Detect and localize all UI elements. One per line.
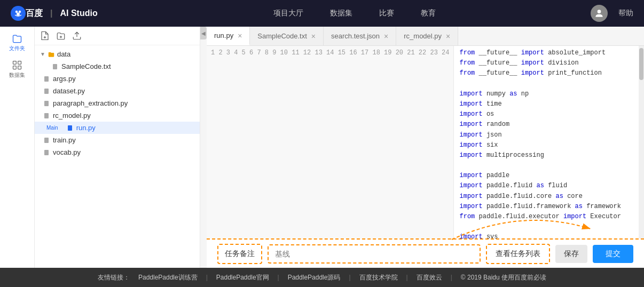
sidebar: 文件夹 数据集 xyxy=(0,27,35,268)
footer-link-4[interactable]: 百度技术学院 xyxy=(359,273,398,282)
brand-name: 百度|AI Studio xyxy=(26,8,98,19)
svg-point-3 xyxy=(598,10,601,13)
svg-point-2 xyxy=(17,13,20,16)
nav-item-competition[interactable]: 比赛 xyxy=(379,9,394,18)
file-name: run.py xyxy=(76,124,96,132)
sidebar-files-label: 文件夹 xyxy=(9,45,25,52)
nav-item-datasets[interactable]: 数据集 xyxy=(330,9,352,18)
svg-point-0 xyxy=(15,11,18,13)
avatar[interactable] xyxy=(591,5,608,22)
submit-button[interactable]: 提交 xyxy=(593,245,633,263)
task-note-label: 任务备注 xyxy=(217,244,262,264)
svg-rect-20 xyxy=(44,150,49,155)
file-name: paragraph_extraction.py xyxy=(53,99,128,107)
tab-label: rc_model.py xyxy=(404,32,442,40)
footer-prefix: 友情链接： xyxy=(98,273,130,282)
upload-icon[interactable] xyxy=(72,31,82,41)
tab-rcmodel[interactable]: rc_model.py × xyxy=(396,27,458,45)
logo: 百度|AI Studio xyxy=(11,6,98,21)
file-train[interactable]: train.py xyxy=(35,134,200,146)
svg-rect-6 xyxy=(13,66,17,69)
tab-label: search.test.json xyxy=(331,32,380,40)
folder-name: data xyxy=(57,50,70,58)
new-file-icon[interactable] xyxy=(40,31,50,41)
file-args[interactable]: args.py xyxy=(35,73,200,85)
svg-rect-15 xyxy=(44,89,49,94)
baidu-icon xyxy=(11,6,26,21)
close-tab-search[interactable]: × xyxy=(384,33,388,40)
file-name: SampleCode.txt xyxy=(61,62,111,70)
sidebar-files[interactable]: 文件夹 xyxy=(6,32,28,53)
top-right: 帮助 xyxy=(591,5,633,22)
footer-link-3[interactable]: PaddlePaddle源码 xyxy=(288,273,341,282)
sidebar-datasets-label: 数据集 xyxy=(9,71,25,79)
svg-rect-19 xyxy=(44,138,49,143)
close-tab-run[interactable]: × xyxy=(238,32,242,39)
file-name: rc_model.py xyxy=(53,111,91,119)
sidebar-datasets[interactable]: 数据集 xyxy=(6,59,28,80)
file-rcmodel[interactable]: rc_model.py xyxy=(35,109,200,122)
file-run[interactable]: Main run.py xyxy=(35,122,200,134)
main-area: 文件夹 数据集 xyxy=(0,27,644,268)
nav-item-education[interactable]: 教育 xyxy=(421,9,436,18)
svg-point-1 xyxy=(19,11,21,13)
folder-data[interactable]: ▼ data xyxy=(35,48,200,60)
footer: 友情链接： PaddlePaddle训练营 | PaddlePaddle官网 |… xyxy=(0,268,644,287)
editor-area: run.py × SampleCode.txt × search.test.js… xyxy=(207,27,644,268)
save-button[interactable]: 保存 xyxy=(555,245,587,263)
svg-rect-17 xyxy=(44,113,49,118)
file-name: args.py xyxy=(53,75,76,83)
top-navigation: 百度|AI Studio 项目大厅 数据集 比赛 教育 帮助 xyxy=(0,0,644,27)
footer-copyright: © 2019 Baidu 使用百度前必读 xyxy=(461,273,546,282)
svg-rect-5 xyxy=(18,61,21,65)
tab-label: run.py xyxy=(214,31,233,39)
help-link[interactable]: 帮助 xyxy=(618,9,633,18)
code-content[interactable]: from __future__ import absolute_import f… xyxy=(454,46,639,238)
footer-link-1[interactable]: PaddlePaddle训练营 xyxy=(138,273,198,282)
svg-rect-4 xyxy=(13,61,17,65)
bottom-bar: 任务备注 查看任务列表 保存 提交 xyxy=(207,238,644,268)
file-dataset[interactable]: dataset.py xyxy=(35,85,200,97)
close-tab-rcmodel[interactable]: × xyxy=(446,33,450,40)
file-name: dataset.py xyxy=(53,87,85,95)
footer-link-2[interactable]: PaddlePaddle官网 xyxy=(216,273,269,282)
file-name: train.py xyxy=(53,136,76,144)
code-editor: 1 2 3 4 5 6 7 8 9 10 11 12 13 14 15 16 1… xyxy=(207,46,644,238)
tab-run-py[interactable]: run.py × xyxy=(207,27,250,45)
tab-label: SampleCode.txt xyxy=(257,32,307,40)
tab-samplecode[interactable]: SampleCode.txt × xyxy=(250,27,324,45)
svg-rect-14 xyxy=(44,76,49,82)
nav-item-projects[interactable]: 项目大厅 xyxy=(273,9,303,18)
line-numbers: 1 2 3 4 5 6 7 8 9 10 11 12 13 14 15 16 1… xyxy=(207,46,454,238)
svg-rect-16 xyxy=(44,101,49,106)
editor-tabs: run.py × SampleCode.txt × search.test.js… xyxy=(207,27,644,46)
footer-link-5[interactable]: 百度效云 xyxy=(417,273,442,282)
new-folder-icon[interactable] xyxy=(56,31,66,41)
collapse-handle[interactable]: ◀ xyxy=(200,27,207,39)
tab-search-json[interactable]: search.test.json × xyxy=(324,27,396,45)
main-badge: Main xyxy=(43,124,61,131)
close-tab-sample[interactable]: × xyxy=(311,33,316,40)
svg-rect-7 xyxy=(18,66,21,69)
svg-rect-13 xyxy=(53,64,57,69)
file-toolbar xyxy=(35,27,200,45)
file-vocab[interactable]: vocab.py xyxy=(35,146,200,158)
main-nav: 项目大厅 数据集 比赛 教育 xyxy=(119,9,591,18)
file-name: vocab.py xyxy=(53,148,81,156)
file-tree: ▼ data SampleCode.txt args.py dataset.py… xyxy=(35,45,200,268)
vertical-scrollbar[interactable] xyxy=(639,46,644,238)
file-samplecode[interactable]: SampleCode.txt xyxy=(35,60,200,73)
file-panel: ▼ data SampleCode.txt args.py dataset.py… xyxy=(35,27,200,268)
view-tasks-button[interactable]: 查看任务列表 xyxy=(486,244,550,264)
file-paragraph[interactable]: paragraph_extraction.py xyxy=(35,97,200,109)
svg-rect-18 xyxy=(68,125,72,131)
task-note-input[interactable] xyxy=(268,244,481,264)
folder-arrow: ▼ xyxy=(40,51,45,57)
